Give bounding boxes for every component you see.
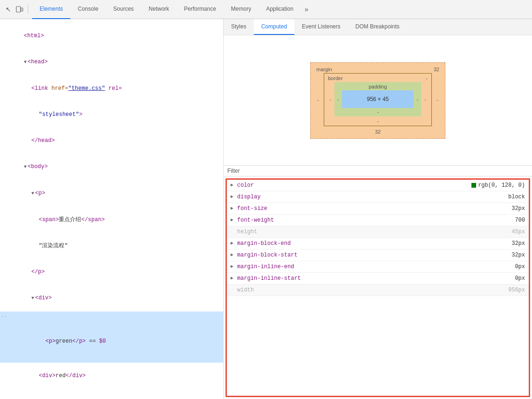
- chinese-text: "渲染流程": [39, 243, 68, 249]
- expand-font-weight-icon[interactable]: ▶: [231, 216, 235, 225]
- prop-name-display: display: [237, 192, 508, 202]
- dom-line-head-open[interactable]: ▼<head>: [0, 49, 223, 75]
- prop-row-margin-inline-start[interactable]: ▶ margin-inline-start 0px: [227, 273, 529, 284]
- tab-event-listeners[interactable]: Event Listeners: [294, 19, 348, 35]
- expand-color-icon[interactable]: ▶: [231, 181, 235, 190]
- dom-line-link2[interactable]: "stylesheet">: [0, 101, 223, 128]
- tab-application[interactable]: Application: [259, 0, 301, 19]
- dom-line-span[interactable]: <span>重点介绍</span>: [0, 207, 223, 233]
- dom-line-link[interactable]: <link href="theme.css" rel=: [0, 75, 223, 101]
- prop-value-height: 45px: [512, 227, 525, 237]
- border-top-row: border -: [324, 74, 431, 82]
- expand-mie-icon[interactable]: ▶: [231, 262, 235, 271]
- tab-sources[interactable]: Sources: [106, 0, 141, 19]
- tab-elements[interactable]: Elements: [32, 0, 70, 19]
- border-bottom-value: -: [324, 116, 431, 126]
- prop-row-width[interactable]: width 956px: [227, 284, 529, 296]
- filter-label-row: Filter: [224, 166, 532, 176]
- attr-href: href=: [51, 85, 68, 92]
- tag-span-close: </span>: [81, 216, 104, 223]
- prop-value-margin-block-end: 32px: [512, 239, 525, 248]
- attr-stylesheet-value: "stylesheet": [39, 111, 79, 118]
- expand-font-size-icon[interactable]: ▶: [231, 204, 235, 213]
- tab-performance[interactable]: Performance: [177, 0, 224, 19]
- prop-name-font-size: font-size: [237, 204, 512, 213]
- css-properties-list: ▶ color rgb(0, 128, 0) ▶ display block ▶…: [225, 178, 530, 397]
- eq-sign: ==: [86, 338, 99, 345]
- prop-name-font-weight: font-weight: [237, 216, 515, 225]
- color-swatch-green[interactable]: [471, 183, 476, 188]
- dom-line-div-red[interactable]: <div>red</div>: [0, 363, 223, 389]
- border-left-value: -: [326, 82, 334, 116]
- tab-memory[interactable]: Memory: [224, 0, 259, 19]
- collapse-head-icon: ▼: [24, 60, 27, 65]
- dom-panel: <html> ▼<head> <link href="theme.css" re…: [0, 19, 224, 399]
- more-tabs-button[interactable]: »: [301, 0, 312, 19]
- filter-label: Filter: [227, 168, 240, 174]
- padding-right-value: -: [414, 96, 421, 102]
- collapse-p-icon: ▼: [31, 191, 34, 196]
- dom-line-p-green[interactable]: .. <p>green</p> == $0: [0, 311, 223, 363]
- main-nav-tabs: Elements Console Sources Network Perform…: [32, 0, 528, 19]
- border-label: border: [328, 75, 343, 81]
- tag-link-close: >: [79, 111, 82, 118]
- right-tabs: Styles Computed Event Listeners DOM Brea…: [224, 19, 532, 35]
- device-icon[interactable]: [15, 5, 24, 14]
- tag-div-red-close: </div>: [66, 372, 86, 379]
- prop-value-font-size: 32px: [512, 204, 525, 213]
- prop-row-height[interactable]: height 45px: [227, 226, 529, 238]
- prop-row-margin-block-end[interactable]: ▶ margin-block-end 32px: [227, 238, 529, 250]
- border-top-value: -: [426, 75, 428, 81]
- dom-line-html[interactable]: <html>: [0, 23, 223, 49]
- main-content: <html> ▼<head> <link href="theme.css" re…: [0, 19, 532, 399]
- prop-row-font-size[interactable]: ▶ font-size 32px: [227, 203, 529, 215]
- tag-head: <head>: [27, 59, 48, 65]
- prop-row-margin-block-start[interactable]: ▶ margin-block-start 32px: [227, 250, 529, 261]
- dom-line-chinese[interactable]: "渲染流程": [0, 233, 223, 259]
- padding-sides: - 956 × 45 -: [334, 90, 421, 108]
- toolbar-icons: ↖: [4, 5, 28, 14]
- tab-computed[interactable]: Computed: [254, 19, 294, 35]
- prop-row-margin-inline-end[interactable]: ▶ margin-inline-end 0px: [227, 261, 529, 273]
- tab-dom-breakpoints[interactable]: DOM Breakpoints: [348, 19, 407, 35]
- prop-row-font-weight[interactable]: ▶ font-weight 700: [227, 215, 529, 226]
- prop-value-margin-block-start: 32px: [512, 250, 525, 260]
- margin-label: margin: [316, 67, 332, 72]
- dom-line-p-open[interactable]: ▼<p>: [0, 180, 223, 207]
- prop-row-color[interactable]: ▶ color rgb(0, 128, 0): [227, 180, 529, 191]
- expand-mbe-icon[interactable]: ▶: [231, 239, 235, 248]
- box-padding: padding - 956 × 45 -: [334, 82, 421, 116]
- dom-line-body-open[interactable]: ▼<body>: [0, 154, 223, 180]
- padding-bottom-value: -: [334, 108, 421, 116]
- expand-display-icon[interactable]: ▶: [231, 192, 235, 202]
- tab-network[interactable]: Network: [141, 0, 177, 19]
- expand-mis-icon[interactable]: ▶: [231, 274, 235, 283]
- prop-name-color: color: [237, 181, 471, 190]
- dom-line-p-close[interactable]: </p>: [0, 259, 223, 285]
- span-text: 重点介绍: [59, 216, 81, 223]
- dom-line-head-close[interactable]: </head>: [0, 128, 223, 154]
- expand-mbs-icon[interactable]: ▶: [231, 250, 235, 260]
- tab-styles[interactable]: Styles: [224, 19, 254, 35]
- border-sides: - padding - 956 × 45: [324, 82, 431, 116]
- prop-value-margin-inline-start: 0px: [515, 274, 525, 283]
- tag-span-open: <span>: [39, 216, 59, 223]
- selected-line-content: <p>green</p> == $0: [19, 330, 106, 353]
- tag-body: <body>: [27, 163, 48, 170]
- prop-name-margin-block-start: margin-block-start: [237, 250, 512, 260]
- prop-value-display: block: [508, 192, 525, 202]
- margin-left-value: -: [313, 73, 324, 126]
- tag-link-open: <link: [31, 85, 51, 92]
- prop-name-margin-inline-end: margin-inline-end: [237, 262, 515, 271]
- dom-line-div-open[interactable]: ▼<div>: [0, 285, 223, 311]
- dom-line-div-close[interactable]: </div>: [0, 389, 223, 399]
- prop-value-margin-inline-end: 0px: [515, 262, 525, 271]
- prop-value-color: rgb(0, 128, 0): [471, 181, 525, 190]
- prop-row-display[interactable]: ▶ display block: [227, 191, 529, 203]
- tab-console[interactable]: Console: [70, 0, 106, 19]
- right-panel: Styles Computed Event Listeners DOM Brea…: [224, 19, 532, 399]
- cursor-icon[interactable]: ↖: [4, 5, 13, 14]
- margin-sides: - border - - padding: [311, 73, 445, 126]
- prop-name-margin-block-end: margin-block-end: [237, 239, 512, 248]
- color-value-text: rgb(0, 128, 0): [478, 181, 525, 190]
